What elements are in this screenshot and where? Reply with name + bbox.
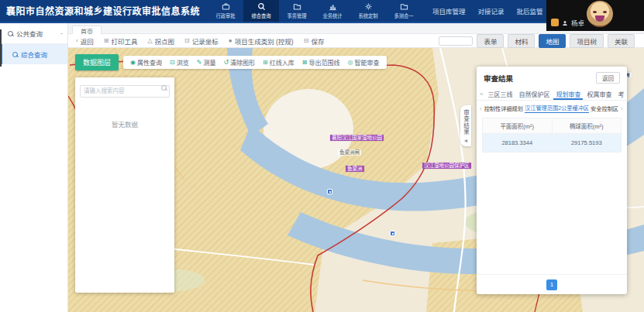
result-tabs: « 三区三线 自然保护区 规划审查 权属审查 考 » <box>477 87 627 101</box>
map-label: 鱼梁洲 <box>346 166 364 172</box>
tab-nature-reserve[interactable]: 自然保护区 <box>516 87 552 100</box>
map-label: 鱼梁洲闸 <box>338 149 361 156</box>
toolbar-left: ‹返回 ⊞打印工具 △拐点图 ⊡记录坐标 ●项目生成类别 (控规) ⊟保存 <box>68 36 324 46</box>
export-boundary-button[interactable]: ⊠导出范围线 <box>302 58 340 67</box>
map-label: 汉江湿地公园保护区 <box>422 163 471 169</box>
export-boundary-icon: ⊠ <box>302 59 308 66</box>
nav-item-multi-survey[interactable]: 多测合一 <box>386 0 422 22</box>
page-number-button[interactable]: 1 <box>546 279 557 290</box>
association-button[interactable]: 关联 <box>608 34 635 48</box>
smart-review-button[interactable]: ◎智能审查 <box>348 58 380 67</box>
browse-button[interactable]: ⊡浏览 <box>170 58 189 67</box>
folder-icon <box>400 2 408 11</box>
tab-three-zones[interactable]: 三区三线 <box>485 87 515 100</box>
collapse-icon[interactable]: - <box>60 29 63 37</box>
nav-item-comprehensive-query[interactable]: 综合查询 <box>243 0 279 22</box>
collapse-arrow-icon: ◂ <box>464 137 467 144</box>
tab-planning-review[interactable]: 规划审查 <box>553 87 583 100</box>
avatar[interactable] <box>587 1 613 27</box>
nav-item-project-library[interactable]: 项目库管理 <box>426 6 472 15</box>
empty-state-text: 暂无数据 <box>75 119 174 129</box>
nav-item-post-approval-supervision[interactable]: 批后监管 <box>511 6 549 15</box>
data-layers-button[interactable]: 数据图层 <box>75 54 119 70</box>
save-icon: ⊟ <box>304 37 309 44</box>
measure-button[interactable]: ✎测量 <box>197 58 216 67</box>
nav-item-business-statistics[interactable]: 业务统计 <box>315 0 350 22</box>
save-button[interactable]: ⊟保存 <box>304 36 325 46</box>
search-icon <box>12 52 18 57</box>
tabs-scroll-left-icon[interactable]: « <box>479 91 484 98</box>
subtab-safety-control[interactable]: 安全控制区 <box>591 105 618 113</box>
sidebar-scrollbar[interactable] <box>0 29 2 67</box>
map-button[interactable]: 地图 <box>539 34 566 48</box>
person-icon <box>562 15 568 29</box>
form-button[interactable]: 表单 <box>477 34 504 48</box>
sidebar-group-public-query[interactable]: 公共查询 - <box>0 23 67 44</box>
pagination: 1 <box>477 274 627 294</box>
vertex-map-button[interactable]: △拐点图 <box>147 36 174 46</box>
result-panel-collapse-tab[interactable]: 审查结果 ◂ <box>460 105 471 146</box>
subtab-detailed-plan[interactable]: 控制性详细规划 <box>484 105 523 113</box>
sidebar-item-comprehensive-query[interactable]: 综合查询 <box>0 44 67 64</box>
map-marker-icon[interactable] <box>390 231 395 236</box>
map-tool-strip: ◉属性查询 ⊡浏览 ✎测量 ↺清除图形 ⊞红线入库 ⊠导出范围线 ◎智能审查 <box>123 56 386 69</box>
back-button[interactable]: ‹返回 <box>76 36 94 46</box>
materials-button[interactable]: 材料 <box>508 34 535 48</box>
map-marker-icon[interactable] <box>327 189 332 194</box>
toolbar-right: 表单 材料 地图 项目树 关联 <box>439 34 644 48</box>
table-row[interactable]: 28183.3344 29175.5193 <box>483 134 622 153</box>
attribute-query-button[interactable]: ◉属性查询 <box>130 58 162 67</box>
avatar-eye <box>603 11 607 13</box>
map-label: 襄阳汉江国家湿地公园 <box>330 135 384 141</box>
project-tree-button[interactable]: 项目树 <box>570 34 604 48</box>
back-icon: ‹ <box>76 37 78 44</box>
nav-label: 多测合一 <box>394 12 413 19</box>
nav-label: 行政审批 <box>215 12 235 19</box>
subtabs-scroll-left-icon[interactable]: ‹ <box>479 105 483 112</box>
tab-truncated[interactable]: 考 <box>615 87 626 100</box>
result-subtabs: ‹ 控制性详细规划 汉江管理范围2公里缓冲区 安全控制区 › <box>477 101 627 115</box>
briefcase-icon <box>222 2 230 11</box>
print-tool-button[interactable]: ⊞打印工具 <box>104 36 138 46</box>
panel-back-button[interactable]: 返回 <box>596 72 620 84</box>
toolbar: ‹返回 ⊞打印工具 △拐点图 ⊡记录坐标 ●项目生成类别 (控规) ⊟保存 表单… <box>68 34 644 48</box>
nav-item-docking-records[interactable]: 对接记录 <box>472 6 511 15</box>
project-category-button[interactable]: ●项目生成类别 (控规) <box>229 36 294 46</box>
map-canvas[interactable]: 数据图层 ◉属性查询 ⊡浏览 ✎测量 ↺清除图形 ⊞红线入库 ⊠导出范围线 ◎智… <box>68 48 644 312</box>
coordinates-icon: ⊡ <box>184 37 190 44</box>
nav-item-affairs-management[interactable]: 事务管理 <box>279 0 315 22</box>
review-result-panel: 审查结果 返回 « 三区三线 自然保护区 规划审查 权属审查 考 » ‹ 控制性… <box>477 67 627 294</box>
search-panel: 暂无数据 <box>75 77 174 293</box>
vertex-icon: △ <box>147 37 152 44</box>
attribute-query-icon: ◉ <box>130 59 136 66</box>
browse-icon: ⊡ <box>170 59 175 66</box>
redline-import-button[interactable]: ⊞红线入库 <box>263 58 294 67</box>
record-coordinates-button[interactable]: ⊡记录坐标 <box>184 36 219 46</box>
nav-label: 事务管理 <box>287 12 306 19</box>
map-toolbar: 数据图层 ◉属性查询 ⊡浏览 ✎测量 ↺清除图形 ⊞红线入库 ⊠导出范围线 ◎智… <box>75 54 387 70</box>
area-table: 平面面积(m²) 椭球面积(m²) 28183.3344 29175.5193 <box>482 118 622 153</box>
nav-item-system-customization[interactable]: 系统定制 <box>350 0 386 22</box>
print-icon: ⊞ <box>104 37 109 44</box>
redline-import-icon: ⊞ <box>263 59 268 66</box>
tab-ownership-review[interactable]: 权属审查 <box>584 87 614 100</box>
nav-icon-group: 行政审批 综合查询 事务管理 业务统计 系统定制 多测合一 <box>208 0 422 22</box>
gear-icon <box>364 2 373 11</box>
subtab-hanjiang-buffer[interactable]: 汉江管理范围2公里缓冲区 <box>525 104 589 113</box>
folder-icon <box>293 2 301 11</box>
user-zone: 杨卓 <box>546 0 644 31</box>
search-icon[interactable] <box>161 85 167 91</box>
user-name[interactable]: 杨卓 <box>571 18 584 27</box>
subtabs-scroll-right-icon[interactable]: › <box>620 105 624 112</box>
nav-label: 系统定制 <box>358 12 377 19</box>
nav-item-administrative-approval[interactable]: 行政审批 <box>208 0 243 22</box>
message-badge-icon[interactable] <box>551 19 559 26</box>
cell-flat-area: 28183.3344 <box>483 134 553 153</box>
nav-label: 综合查询 <box>251 12 270 19</box>
clear-graphics-icon: ↺ <box>223 59 229 66</box>
nav-label: 业务统计 <box>322 12 342 19</box>
clear-graphics-button[interactable]: ↺清除图形 <box>223 58 255 67</box>
search-input[interactable] <box>80 85 170 98</box>
search-icon <box>257 2 266 11</box>
toolbar-search-input[interactable] <box>439 36 473 46</box>
